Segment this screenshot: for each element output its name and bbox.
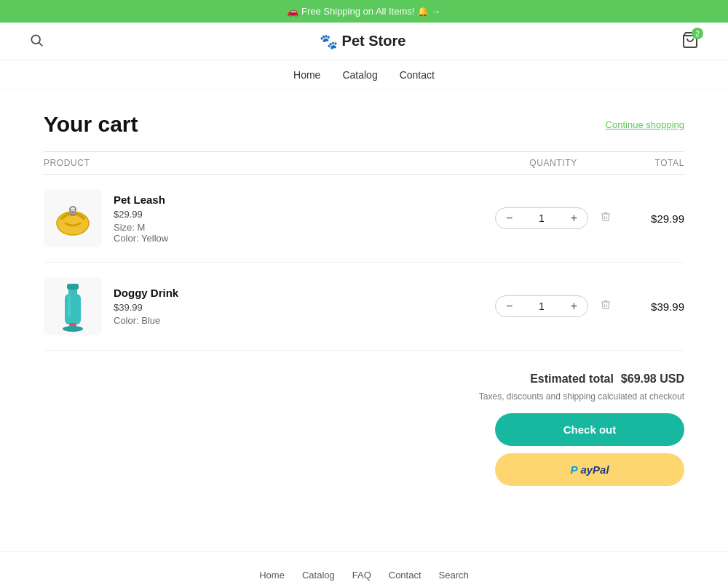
increase-qty-leash[interactable]: + (568, 211, 580, 226)
tax-note: Taxes, discounts and shipping calculated… (44, 391, 684, 402)
footer-nav: Home Catalog FAQ Contact Search (0, 570, 728, 581)
nav-contact[interactable]: Contact (400, 69, 435, 81)
banner-text: 🚗 Free Shipping on All Items! 🔔 → (287, 6, 440, 17)
main-content: Your cart Continue shopping PRODUCT QUAN… (15, 90, 713, 508)
svg-point-0 (31, 35, 40, 44)
cart-item-image-drink (44, 277, 102, 335)
svg-rect-9 (67, 284, 79, 290)
footer-contact[interactable]: Contact (389, 570, 422, 581)
cart-badge: 2 (692, 28, 703, 39)
svg-line-1 (39, 43, 43, 47)
logo-icon: 🐾 (320, 33, 338, 50)
estimated-value: $69.98 USD (621, 372, 684, 386)
col-header-product: PRODUCT (44, 158, 495, 168)
top-banner: 🚗 Free Shipping on All Items! 🔔 → (0, 0, 728, 23)
svg-rect-10 (68, 295, 71, 317)
item-name-drink: Doggy Drink (114, 287, 178, 299)
item-name-leash: Pet Leash (114, 194, 168, 206)
nav-home[interactable]: Home (293, 69, 320, 81)
paypal-text: ayPal (580, 463, 609, 476)
cart-item-leash: Pet Leash $29.99 Size: M Color: Yellow −… (44, 175, 684, 263)
cart-title: Your cart (44, 112, 138, 137)
item-color-leash: Color: Yellow (114, 233, 168, 244)
cart-item-left-drink: Doggy Drink $39.99 Color: Blue (44, 277, 495, 335)
estimated-label: Estimated total (530, 372, 614, 386)
continue-shopping-link[interactable]: Continue shopping (606, 119, 684, 130)
paypal-p-icon: P (570, 463, 577, 476)
item-quantity-area-leash: − 1 + (495, 207, 612, 229)
footer-faq[interactable]: FAQ (352, 570, 371, 581)
qty-value-drink: 1 (533, 300, 550, 312)
footer-search[interactable]: Search (439, 570, 469, 581)
svg-point-12 (63, 326, 83, 332)
footer-home[interactable]: Home (259, 570, 285, 581)
header: 🐾 Pet Store 2 (0, 23, 728, 60)
cart-item-details-leash: Pet Leash $29.99 Size: M Color: Yellow (114, 194, 168, 244)
cart-item-drink: Doggy Drink $39.99 Color: Blue − 1 + $39… (44, 263, 684, 351)
main-nav: Home Catalog Contact (0, 60, 728, 90)
nav-catalog[interactable]: Catalog (342, 69, 377, 81)
footer: Home Catalog FAQ Contact Search Subscrib… (0, 551, 728, 582)
quantity-control-drink: − 1 + (495, 295, 588, 317)
cart-item-left-leash: Pet Leash $29.99 Size: M Color: Yellow (44, 189, 495, 247)
delete-item-drink[interactable] (600, 299, 612, 314)
qty-value-leash: 1 (533, 212, 550, 224)
item-size-leash: Size: M (114, 222, 168, 233)
checkout-button[interactable]: Check out (495, 413, 684, 446)
item-total-drink: $39.99 (612, 300, 684, 313)
decrease-qty-leash[interactable]: − (503, 211, 515, 226)
item-price-leash: $29.99 (114, 209, 168, 220)
estimated-total-row: Estimated total $69.98 USD (44, 372, 684, 386)
search-button[interactable] (29, 33, 44, 49)
logo-text: Pet Store (342, 33, 406, 49)
item-price-drink: $39.99 (114, 302, 178, 313)
site-logo[interactable]: 🐾 Pet Store (320, 33, 406, 50)
cart-item-image-leash (44, 189, 102, 247)
col-header-quantity: QUANTITY (495, 158, 612, 168)
delete-item-leash[interactable] (600, 211, 612, 226)
increase-qty-drink[interactable]: + (568, 299, 580, 314)
item-color-drink: Color: Blue (114, 315, 178, 326)
cart-header: Your cart Continue shopping (44, 112, 684, 137)
quantity-control-leash: − 1 + (495, 207, 588, 229)
cart-item-details-drink: Doggy Drink $39.99 Color: Blue (114, 287, 178, 326)
cart-button[interactable]: 2 (681, 31, 699, 51)
footer-catalog[interactable]: Catalog (302, 570, 335, 581)
cart-summary: Estimated total $69.98 USD Taxes, discou… (44, 372, 684, 486)
item-quantity-area-drink: − 1 + (495, 295, 612, 317)
cart-table-header: PRODUCT QUANTITY TOTAL (44, 151, 684, 175)
col-header-total: TOTAL (612, 158, 684, 168)
item-total-leash: $29.99 (612, 212, 684, 225)
svg-rect-7 (65, 294, 81, 324)
decrease-qty-drink[interactable]: − (503, 299, 515, 314)
paypal-button[interactable]: P ayPal (495, 453, 684, 486)
